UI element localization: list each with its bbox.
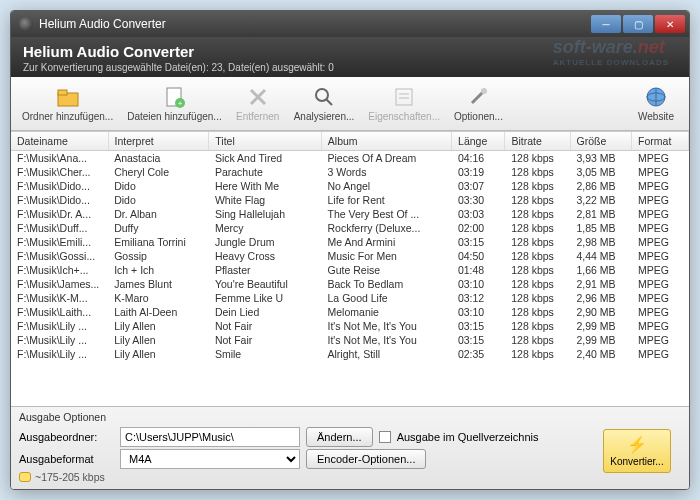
file-add-icon: + [162,85,186,109]
svg-text:+: + [178,99,183,108]
column-header[interactable]: Größe [570,132,632,151]
output-format-select[interactable]: M4A [120,449,300,469]
svg-rect-7 [396,89,412,105]
table-row[interactable]: F:\Musik\Dido...DidoHere With MeNo Angel… [11,179,689,193]
table-row[interactable]: F:\Musik\Dido...DidoWhite FlagLife for R… [11,193,689,207]
bolt-icon: ⚡ [627,435,647,454]
titlebar[interactable]: Helium Audio Converter ─ ▢ ✕ [11,11,689,37]
table-row[interactable]: F:\Musik\Duff...DuffyMercyRockferry (Del… [11,221,689,235]
table-row[interactable]: F:\Musik\Dr. A...Dr. AlbanSing Halleluja… [11,207,689,221]
table-row[interactable]: F:\Musik\Lily ...Lily AllenSmileAlright,… [11,347,689,361]
file-list-scroll[interactable]: F:\Musik\Ana...AnastaciaSick And TiredPi… [11,151,689,406]
table-row[interactable]: F:\Musik\Emili...Emiliana TorriniJungle … [11,235,689,249]
svg-point-10 [481,88,487,94]
window-title: Helium Audio Converter [39,17,591,31]
table-row[interactable]: F:\Musik\K-M...K-MaroFemme Like ULa Good… [11,291,689,305]
source-dir-label: Ausgabe im Quellverzeichnis [397,431,539,443]
page-title: Helium Audio Converter [23,43,677,60]
properties-icon [392,85,416,109]
encoder-options-button[interactable]: Encoder-Optionen... [306,449,426,469]
column-header[interactable]: Album [321,132,451,151]
header: Helium Audio Converter Zur Konvertierung… [11,37,689,77]
change-folder-button[interactable]: Ändern... [306,427,373,447]
status-text: Zur Konvertierung ausgewählte Datei(en):… [23,62,677,73]
maximize-button[interactable]: ▢ [623,15,653,33]
table-row[interactable]: F:\Musik\Gossi...GossipHeavy CrossMusic … [11,249,689,263]
app-window: Helium Audio Converter ─ ▢ ✕ Helium Audi… [10,10,690,490]
svg-rect-1 [58,90,67,95]
globe-icon [644,85,668,109]
output-folder-input[interactable] [120,427,300,447]
output-format-label: Ausgabeformat [19,453,114,465]
folder-add-icon [56,85,80,109]
bitrate-hint: ~175-205 kbps [35,471,105,483]
remove-button[interactable]: Entfernen [229,79,287,128]
table-row[interactable]: F:\Musik\Lily ...Lily AllenNot FairIt's … [11,333,689,347]
table-row[interactable]: F:\Musik\Laith...Laith Al-DeenDein LiedM… [11,305,689,319]
analyze-button[interactable]: Analysieren... [287,79,362,128]
file-list: DateinameInterpretTitelAlbumLängeBitrate… [11,131,689,406]
column-header[interactable]: Titel [209,132,322,151]
column-header[interactable]: Interpret [108,132,209,151]
add-files-button[interactable]: + Dateien hinzufügen... [120,79,229,128]
table-row[interactable]: F:\Musik\Ana...AnastaciaSick And TiredPi… [11,151,689,165]
convert-button[interactable]: ⚡ Konvertier... [603,429,671,473]
svg-line-6 [326,99,332,105]
column-header[interactable]: Dateiname [11,132,108,151]
output-options: Ausgabe Optionen Ausgabeordner: Ändern..… [11,406,689,489]
toolbar: Ordner hinzufügen... + Dateien hinzufüge… [11,77,689,131]
magnifier-icon [312,85,336,109]
website-button[interactable]: Website [627,79,685,128]
table-row[interactable]: F:\Musik\Lily ...Lily AllenNot FairIt's … [11,319,689,333]
add-folder-button[interactable]: Ordner hinzufügen... [15,79,120,128]
table-row[interactable]: F:\Musik\Cher...Cheryl ColeParachute3 Wo… [11,165,689,179]
column-header[interactable]: Bitrate [505,132,570,151]
options-button[interactable]: Optionen... [447,79,510,128]
properties-button[interactable]: Eigenschaften... [361,79,447,128]
column-header[interactable]: Format [632,132,689,151]
minimize-button[interactable]: ─ [591,15,621,33]
table-row[interactable]: F:\Musik\Ich+...Ich + IchPflasterGute Re… [11,263,689,277]
tools-icon [466,85,490,109]
table-row[interactable]: F:\Musik\James...James BluntYou're Beaut… [11,277,689,291]
source-dir-checkbox[interactable] [379,431,391,443]
output-folder-label: Ausgabeordner: [19,431,114,443]
output-group-label: Ausgabe Optionen [19,411,681,423]
close-button[interactable]: ✕ [655,15,685,33]
remove-icon [246,85,270,109]
hint-icon [19,472,31,482]
app-icon [19,17,33,31]
column-header[interactable]: Länge [452,132,505,151]
